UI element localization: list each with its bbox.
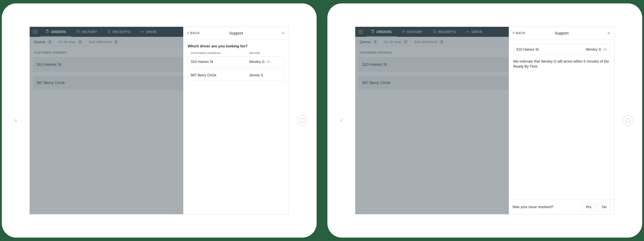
- close-button[interactable]: ✕: [282, 31, 285, 35]
- back-button[interactable]: BACK: [509, 31, 526, 35]
- home-button[interactable]: [297, 115, 308, 126]
- panel-header: BACK Support ✕: [183, 27, 289, 40]
- home-button[interactable]: [622, 115, 633, 126]
- selected-driver-card[interactable]: 310 Haines St Wesley G: [513, 44, 610, 55]
- no-button[interactable]: No: [598, 203, 611, 211]
- panel-prompt: Which driver are you looking for?: [188, 44, 284, 48]
- driver-address: 987 Berry Circle: [191, 73, 249, 77]
- eta-estimate-text: We estimate that Wesley G will arrive wi…: [513, 59, 610, 69]
- panel-body: 310 Haines St Wesley G We estimate that …: [509, 40, 614, 200]
- camera-dot: [14, 119, 17, 122]
- camera-dot: [340, 119, 343, 122]
- app-screen-left: ORDERS HISTORY RECEIPTS DRIVE Queu: [30, 27, 289, 214]
- tablet-device-right: ORDERS HISTORY RECEIPTS DRIVE Queue: [327, 3, 642, 238]
- chevron-left-icon: [512, 31, 515, 35]
- close-icon: ✕: [282, 31, 285, 35]
- support-panel: BACK Support ✕ 310 Haines St Wesley G: [509, 27, 614, 214]
- selected-driver-name: Wesley G: [586, 47, 601, 51]
- back-label: BACK: [516, 31, 526, 35]
- back-label: BACK: [190, 31, 200, 35]
- driver-option[interactable]: 310 Haines St Wesley G: [188, 56, 284, 67]
- driver-name: Wesley G: [249, 60, 264, 64]
- col-customer-address: CUSTOMER ADDRESS: [190, 51, 249, 54]
- selected-address: 310 Haines St: [516, 47, 586, 51]
- footer-question: Was your issue resolved?: [512, 205, 579, 209]
- panel-body: Which driver are you looking for? CUSTOM…: [183, 40, 289, 214]
- bike-icon: [266, 60, 270, 64]
- tablet-device-left: ORDERS HISTORY RECEIPTS DRIVE Queu: [2, 3, 317, 238]
- close-button[interactable]: ✕: [607, 31, 610, 35]
- col-driver: DRIVER: [249, 51, 282, 54]
- panel-footer: Was your issue resolved? Yes No: [509, 200, 614, 214]
- bike-icon: [603, 47, 607, 51]
- support-panel: BACK Support ✕ Which driver are you look…: [183, 27, 289, 214]
- driver-name: Jennie S: [249, 73, 263, 77]
- yes-button[interactable]: Yes: [582, 203, 596, 211]
- close-icon: ✕: [607, 31, 610, 35]
- chevron-left-icon: [187, 31, 190, 35]
- driver-columns: CUSTOMER ADDRESS DRIVER: [188, 51, 284, 56]
- driver-address: 310 Haines St: [191, 60, 249, 64]
- panel-header: BACK Support ✕: [509, 27, 614, 40]
- back-button[interactable]: BACK: [183, 31, 200, 35]
- driver-option[interactable]: 987 Berry Circle Jennie S: [188, 70, 284, 81]
- app-screen-right: ORDERS HISTORY RECEIPTS DRIVE Queue: [355, 27, 614, 214]
